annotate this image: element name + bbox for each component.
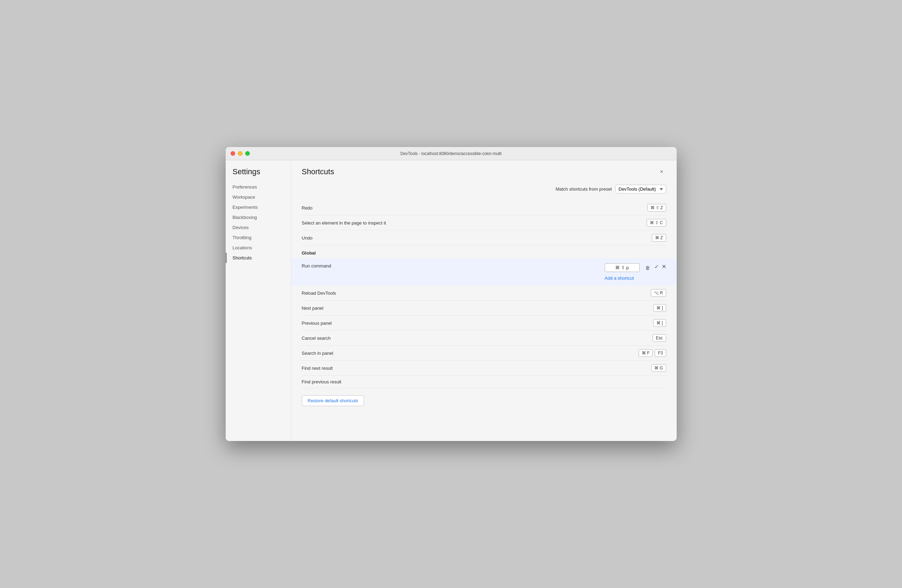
shortcut-name-find-next: Find next result <box>302 366 651 371</box>
sidebar-item-experiments[interactable]: Experiments <box>226 202 291 212</box>
shortcut-row-redo: Redo ⌘ ⇧ Z <box>302 200 666 216</box>
preset-label: Match shortcuts from preset <box>556 186 612 192</box>
key-badge: Esc <box>653 334 666 342</box>
shortcut-row-search-in-panel: Search in panel ⌘ F F3 <box>302 346 666 361</box>
content-area: Settings Preferences Workspace Experimen… <box>226 160 676 441</box>
window-title: DevTools - localhost:8080/demo/accessibl… <box>400 151 501 156</box>
shortcut-name-search-in-panel: Search in panel <box>302 350 639 356</box>
sidebar: Settings Preferences Workspace Experimen… <box>226 160 291 441</box>
sidebar-item-throttling[interactable]: Throttling <box>226 233 291 243</box>
add-shortcut-link[interactable]: Add a shortcut <box>605 275 634 281</box>
titlebar: DevTools - localhost:8080/demo/accessibl… <box>226 147 676 160</box>
sidebar-item-preferences[interactable]: Preferences <box>226 182 291 192</box>
key-badge: ⌘ [ <box>653 319 666 327</box>
shortcut-keys-redo: ⌘ ⇧ Z <box>647 204 666 211</box>
preset-row: Match shortcuts from preset DevTools (De… <box>302 185 666 194</box>
shortcut-keys-undo: ⌘ Z <box>652 234 666 242</box>
key-badge: ⌘ ⇧ C <box>647 219 666 227</box>
shortcut-row-select-element: Select an element in the page to inspect… <box>302 216 666 230</box>
key-input-run-command[interactable]: ⌘ ⇧ p <box>605 263 640 272</box>
confirm-edit-icon[interactable]: ✓ <box>654 263 659 270</box>
shortcut-keys-cancel-search: Esc <box>653 334 666 342</box>
shortcut-name-find-prev: Find previous result <box>302 379 666 385</box>
shortcut-row-previous-panel: Previous panel ⌘ [ <box>302 316 666 331</box>
main-header: Shortcuts × <box>302 167 666 176</box>
shortcut-keys-reload-devtools: ⌥ R <box>651 289 666 297</box>
sidebar-item-blackboxing[interactable]: Blackboxing <box>226 212 291 222</box>
preset-select[interactable]: DevTools (Default) Visual Studio Code <box>615 185 666 194</box>
restore-button-container: Restore default shortcuts <box>302 388 666 406</box>
shortcut-name-undo: Undo <box>302 235 652 241</box>
shortcut-name-next-panel: Next panel <box>302 305 653 311</box>
page-title: Shortcuts <box>302 167 334 176</box>
shortcut-row-run-command-editing: Run command ⌘ ⇧ p 🗑 Add a shortcut ✓ ✕ <box>291 258 676 286</box>
shortcut-name-redo: Redo <box>302 205 647 211</box>
shortcut-keys-find-next: ⌘ G <box>651 364 666 372</box>
shortcut-name-reload-devtools: Reload DevTools <box>302 291 651 296</box>
key-badge: ⌘ G <box>651 364 666 372</box>
traffic-lights <box>230 151 250 156</box>
main-panel: Shortcuts × Match shortcuts from preset … <box>291 160 676 441</box>
shortcut-keys-previous-panel: ⌘ [ <box>653 319 666 327</box>
sidebar-item-workspace[interactable]: Workspace <box>226 192 291 202</box>
global-section-header: Global <box>302 246 666 258</box>
shortcut-name-cancel-search: Cancel search <box>302 336 653 341</box>
editing-actions: ✓ ✕ <box>654 263 666 270</box>
shortcut-name-previous-panel: Previous panel <box>302 321 653 326</box>
key-badge: ⌘ F <box>639 349 653 357</box>
close-panel-button[interactable]: × <box>657 167 666 176</box>
delete-shortcut-icon[interactable]: 🗑 <box>645 265 650 271</box>
shortcut-keys-next-panel: ⌘ ] <box>653 304 666 312</box>
shortcut-row-next-panel: Next panel ⌘ ] <box>302 301 666 316</box>
shortcut-name-select-element: Select an element in the page to inspect… <box>302 220 647 225</box>
shortcut-row-find-prev: Find previous result <box>302 376 666 388</box>
key-badge-f3: F3 <box>655 349 666 357</box>
maximize-traffic-light[interactable] <box>245 151 250 156</box>
cancel-edit-icon[interactable]: ✕ <box>662 263 666 270</box>
sidebar-title: Settings <box>226 167 291 182</box>
shortcut-keys-select-element: ⌘ ⇧ C <box>647 219 666 227</box>
shortcut-keys-search-in-panel: ⌘ F F3 <box>639 349 666 357</box>
shortcut-row-reload-devtools: Reload DevTools ⌥ R <box>302 286 666 301</box>
shortcut-name-run-command: Run command <box>302 263 605 269</box>
key-badge: ⌘ ] <box>653 304 666 312</box>
key-badge: ⌘ Z <box>652 234 666 242</box>
restore-defaults-button[interactable]: Restore default shortcuts <box>302 395 364 406</box>
shortcut-row-find-next: Find next result ⌘ G <box>302 361 666 376</box>
key-badge: ⌘ ⇧ Z <box>647 204 666 211</box>
sidebar-item-devices[interactable]: Devices <box>226 222 291 233</box>
sidebar-item-locations[interactable]: Locations <box>226 243 291 253</box>
devtools-window: DevTools - localhost:8080/demo/accessibl… <box>226 147 676 441</box>
minimize-traffic-light[interactable] <box>238 151 243 156</box>
shortcuts-list: Redo ⌘ ⇧ Z Select an element in the page… <box>302 200 666 246</box>
sidebar-item-shortcuts[interactable]: Shortcuts <box>226 253 291 263</box>
shortcut-row-cancel-search: Cancel search Esc <box>302 331 666 346</box>
key-badge: ⌥ R <box>651 289 666 297</box>
close-traffic-light[interactable] <box>230 151 235 156</box>
shortcut-row-undo: Undo ⌘ Z <box>302 230 666 246</box>
run-command-edit-area: ⌘ ⇧ p 🗑 Add a shortcut <box>605 263 650 281</box>
